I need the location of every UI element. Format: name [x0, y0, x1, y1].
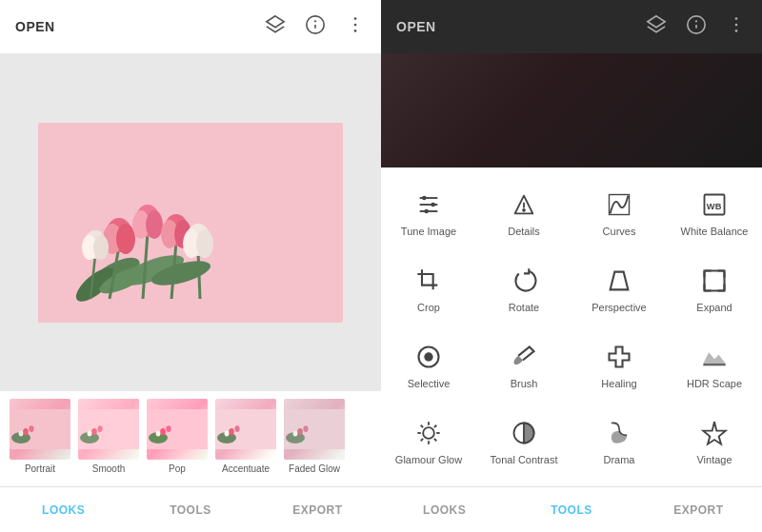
- look-portrait[interactable]: Portrait: [8, 399, 72, 474]
- svg-point-6: [354, 30, 357, 32]
- svg-point-70: [424, 209, 429, 214]
- svg-point-20: [116, 224, 135, 254]
- right-panel: OPEN: [381, 0, 762, 532]
- svg-point-83: [423, 428, 434, 440]
- svg-point-45: [160, 428, 166, 435]
- left-tab-tools[interactable]: TOOLS: [127, 490, 253, 530]
- tool-tune-image[interactable]: Tune Image: [381, 175, 476, 251]
- right-photo-area: [381, 53, 762, 167]
- tool-vintage[interactable]: Vintage: [667, 404, 762, 480]
- tool-tonal-contrast[interactable]: Tonal Contrast: [476, 404, 572, 480]
- look-accentuate[interactable]: Accentuate: [213, 399, 278, 474]
- svg-line-17: [198, 251, 200, 299]
- curves-label: Curves: [603, 226, 636, 238]
- svg-point-36: [29, 425, 33, 432]
- look-faded-glow-thumb: [284, 399, 345, 460]
- perspective-label: Perspective: [592, 302, 646, 314]
- look-smooth-thumb: [78, 399, 139, 460]
- tools-panel: Tune Image Details: [381, 167, 762, 486]
- svg-point-64: [735, 30, 738, 32]
- svg-point-66: [422, 196, 427, 201]
- left-top-bar: OPEN: [0, 0, 381, 53]
- tool-hdr-scape[interactable]: HDR Scape: [667, 327, 762, 404]
- tool-glamour-glow[interactable]: Glamour Glow: [381, 404, 476, 480]
- tool-more-2[interactable]: [476, 480, 572, 486]
- look-accentuate-label: Accentuate: [222, 463, 270, 474]
- tool-curves[interactable]: Curves: [572, 175, 667, 251]
- healing-icon: [602, 340, 636, 374]
- tool-brush[interactable]: Brush: [476, 327, 572, 404]
- photo-display: [38, 123, 343, 323]
- looks-strip: Portrait Smooth Pop Accentuate Faded Glo…: [0, 391, 381, 486]
- look-faded-glow-label: Faded Glow: [289, 463, 340, 474]
- svg-point-55: [297, 428, 303, 435]
- photo-area: [0, 53, 381, 391]
- right-tab-looks[interactable]: LOOKS: [381, 490, 508, 530]
- look-pop-label: Pop: [169, 463, 186, 474]
- tool-more-1[interactable]: [381, 480, 476, 486]
- vintage-label: Vintage: [696, 454, 732, 466]
- tool-healing[interactable]: Healing: [572, 327, 667, 404]
- selective-label: Selective: [408, 378, 451, 390]
- right-more-icon[interactable]: [726, 14, 747, 40]
- tool-expand[interactable]: Expand: [667, 251, 762, 327]
- hdr-scape-label: HDR Scape: [687, 378, 742, 390]
- tool-details[interactable]: Details: [476, 175, 572, 251]
- tune-image-label: Tune Image: [401, 226, 456, 238]
- svg-line-91: [421, 439, 423, 441]
- right-photo-dark: [381, 53, 762, 167]
- tool-drama[interactable]: Drama: [572, 404, 667, 480]
- healing-label: Healing: [601, 378, 636, 390]
- right-tab-tools[interactable]: TOOLS: [508, 490, 634, 530]
- brush-label: Brush: [511, 378, 538, 390]
- right-open-button[interactable]: OPEN: [396, 19, 436, 34]
- look-smooth[interactable]: Smooth: [76, 399, 141, 474]
- svg-marker-0: [267, 15, 284, 27]
- layers-icon[interactable]: [265, 14, 286, 40]
- svg-marker-58: [648, 15, 665, 27]
- more-icon[interactable]: [345, 14, 366, 40]
- svg-marker-82: [703, 364, 725, 365]
- svg-point-50: [229, 428, 234, 435]
- expand-icon: [697, 264, 732, 298]
- right-top-bar: OPEN: [381, 0, 762, 53]
- tune-image-icon: [411, 187, 446, 222]
- right-layers-icon[interactable]: [646, 14, 667, 40]
- details-icon: [507, 187, 541, 222]
- left-tab-looks[interactable]: LOOKS: [0, 490, 127, 530]
- right-top-icons: [646, 14, 747, 40]
- svg-point-73: [523, 209, 525, 211]
- look-portrait-label: Portrait: [25, 463, 55, 474]
- left-panel: OPEN: [0, 0, 381, 532]
- tool-perspective[interactable]: Perspective: [572, 251, 667, 327]
- svg-line-90: [434, 425, 436, 427]
- drama-label: Drama: [603, 454, 634, 466]
- tool-white-balance[interactable]: WB White Balance: [667, 175, 762, 251]
- tool-rotate[interactable]: Rotate: [476, 251, 572, 327]
- white-balance-icon: WB: [697, 187, 732, 222]
- svg-point-5: [354, 23, 357, 26]
- svg-point-23: [146, 210, 163, 239]
- curves-icon: [602, 187, 636, 222]
- svg-point-63: [735, 23, 738, 26]
- svg-point-29: [93, 235, 109, 260]
- look-pop[interactable]: Pop: [145, 399, 210, 474]
- info-icon[interactable]: [305, 14, 326, 40]
- svg-point-42: [88, 431, 92, 437]
- left-tab-export[interactable]: EXPORT: [254, 490, 381, 530]
- tool-crop[interactable]: Crop: [381, 251, 476, 327]
- selective-icon: [411, 340, 446, 374]
- look-faded-glow[interactable]: Faded Glow: [282, 399, 347, 474]
- svg-line-89: [434, 439, 436, 441]
- look-portrait-thumb: [10, 399, 70, 460]
- left-open-button[interactable]: OPEN: [15, 19, 55, 34]
- svg-rect-78: [705, 271, 725, 291]
- right-info-icon[interactable]: [686, 14, 707, 40]
- brush-icon: [507, 340, 541, 374]
- perspective-icon: [602, 264, 636, 298]
- svg-point-41: [97, 425, 102, 432]
- right-tab-export[interactable]: EXPORT: [635, 490, 762, 530]
- tool-selective[interactable]: Selective: [381, 327, 476, 404]
- svg-point-4: [354, 17, 357, 20]
- svg-point-32: [196, 229, 213, 258]
